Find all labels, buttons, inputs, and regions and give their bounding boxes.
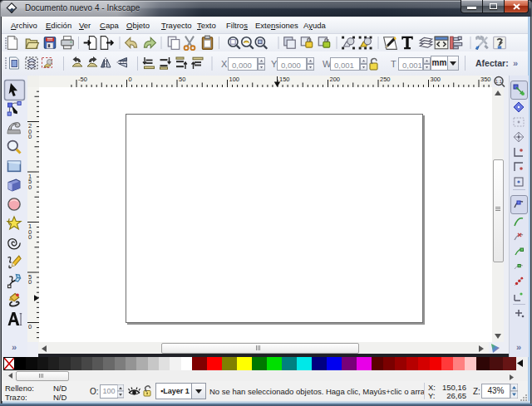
svg-text:250: 250: [380, 76, 391, 83]
svg-text:300: 300: [431, 76, 441, 83]
svg-text:0: 0: [28, 133, 32, 140]
svg-text:1:1: 1:1: [495, 79, 503, 84]
svg-text:»: »: [516, 342, 521, 352]
svg-text:50: 50: [179, 76, 185, 83]
svg-text:0: 0: [28, 278, 32, 286]
svg-text:150: 150: [279, 76, 290, 83]
svg-text:0: 0: [28, 323, 32, 330]
svg-text:0: 0: [28, 233, 32, 241]
svg-text:100: 100: [229, 76, 240, 83]
svg-text:0: 0: [129, 76, 132, 83]
svg-text:350: 350: [480, 76, 491, 83]
svg-text:0: 0: [28, 183, 32, 191]
svg-text:200: 200: [330, 76, 341, 83]
svg-text:-50: -50: [78, 76, 87, 83]
svg-text:»: »: [12, 342, 17, 352]
